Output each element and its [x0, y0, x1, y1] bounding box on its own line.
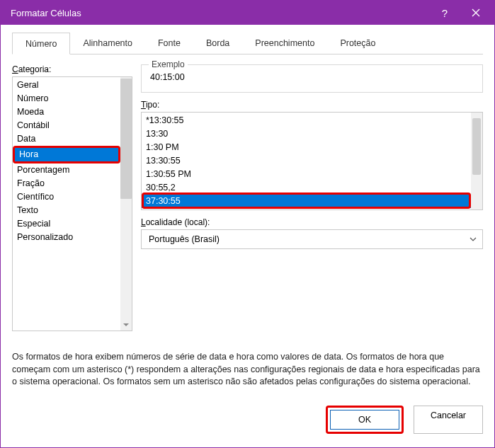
tab-preenchimento[interactable]: Preenchimento — [242, 33, 327, 54]
close-button[interactable] — [460, 1, 491, 25]
list-item[interactable]: Hora — [15, 148, 118, 161]
window-title: Formatar Células — [11, 8, 429, 18]
list-item[interactable]: Científico — [13, 190, 120, 204]
tipo-label: Tipo: — [141, 100, 483, 110]
list-item[interactable]: *13:30:55 — [142, 114, 471, 127]
close-icon — [472, 8, 480, 17]
list-item[interactable]: 30:55,2 — [142, 181, 471, 195]
list-item[interactable]: Número — [13, 92, 120, 105]
chevron-down-icon[interactable] — [120, 319, 132, 331]
list-item[interactable]: Moeda — [13, 105, 120, 119]
tab-numero[interactable]: Número — [12, 33, 70, 54]
ok-button[interactable]: OK — [330, 410, 399, 430]
highlight-marker: OK — [326, 406, 404, 434]
exemplo-legend: Exemplo — [149, 59, 188, 69]
highlight-marker: Hora — [13, 146, 120, 163]
scrollbar[interactable] — [120, 77, 132, 331]
list-item[interactable]: Data — [13, 132, 120, 146]
help-button[interactable]: ? — [429, 1, 460, 25]
cancel-button[interactable]: Cancelar — [414, 406, 483, 434]
scroll-thumb[interactable] — [472, 118, 481, 175]
description-text: Os formatos de hora exibem números de sé… — [12, 351, 483, 389]
list-item[interactable]: 13:30:55 — [142, 154, 471, 168]
tab-fonte[interactable]: Fonte — [145, 33, 193, 54]
tipo-listbox[interactable]: *13:30:5513:301:30 PM13:30:551:30:55 PM3… — [141, 112, 483, 210]
list-item[interactable]: Porcentagem — [13, 163, 120, 177]
list-item[interactable]: 13:30 — [142, 127, 471, 141]
button-row: OK Cancelar — [12, 406, 483, 434]
tab-alinhamento[interactable]: Alinhamento — [70, 33, 145, 54]
list-item[interactable]: Personalizado — [13, 231, 120, 244]
list-item[interactable]: 1:30 PM — [142, 141, 471, 154]
list-item[interactable]: Contábil — [13, 119, 120, 132]
categoria-label: Categoria: — [12, 64, 132, 74]
dialog-content: Número Alinhamento Fonte Borda Preenchim… — [1, 25, 494, 445]
localidade-label: Localidade (local): — [141, 217, 483, 227]
categoria-listbox[interactable]: GeralNúmeroMoedaContábilDataHoraPorcenta… — [12, 76, 132, 331]
tabs: Número Alinhamento Fonte Borda Preenchim… — [12, 32, 483, 54]
localidade-select[interactable]: Português (Brasil) — [141, 229, 483, 249]
chevron-down-icon — [464, 237, 482, 241]
list-item[interactable]: 37:30:55 — [142, 195, 471, 208]
list-item[interactable]: Especial — [13, 217, 120, 231]
list-item[interactable]: 1:30:55 PM — [142, 168, 471, 181]
localidade-value: Português (Brasil) — [142, 234, 464, 244]
scrollbar[interactable] — [471, 113, 482, 209]
list-item[interactable]: Geral — [13, 79, 120, 92]
list-item[interactable]: Fração — [13, 177, 120, 190]
exemplo-group: Exemplo 40:15:00 — [141, 64, 483, 93]
exemplo-value: 40:15:00 — [150, 72, 474, 82]
list-item[interactable]: Texto — [13, 204, 120, 217]
tab-borda[interactable]: Borda — [193, 33, 242, 54]
titlebar: Formatar Células ? — [1, 1, 494, 25]
tab-protecao[interactable]: Proteção — [327, 33, 388, 54]
scroll-thumb[interactable] — [120, 79, 132, 199]
